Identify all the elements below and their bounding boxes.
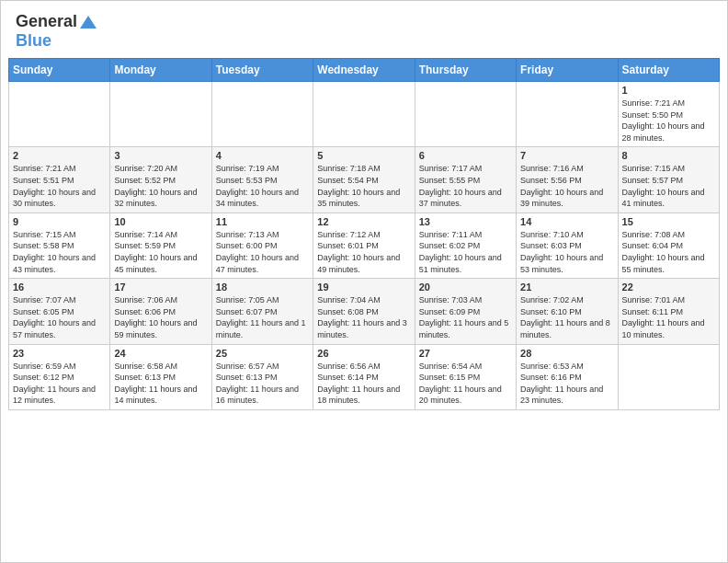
- calendar-cell: 14Sunrise: 7:10 AM Sunset: 6:03 PM Dayli…: [517, 213, 618, 278]
- day-number: 13: [419, 216, 512, 227]
- weekday-header-row: SundayMondayTuesdayWednesdayThursdayFrid…: [9, 59, 720, 82]
- day-number: 14: [520, 216, 613, 227]
- weekday-header-friday: Friday: [517, 59, 618, 82]
- day-info: Sunrise: 7:13 AM Sunset: 6:00 PM Dayligh…: [216, 229, 309, 275]
- day-info: Sunrise: 7:19 AM Sunset: 5:53 PM Dayligh…: [216, 163, 309, 209]
- calendar-table: SundayMondayTuesdayWednesdayThursdayFrid…: [8, 58, 720, 410]
- day-info: Sunrise: 7:07 AM Sunset: 6:05 PM Dayligh…: [13, 294, 106, 340]
- day-number: 25: [216, 348, 309, 359]
- day-info: Sunrise: 7:18 AM Sunset: 5:54 PM Dayligh…: [317, 163, 410, 209]
- day-number: 5: [317, 150, 410, 161]
- day-info: Sunrise: 7:10 AM Sunset: 6:03 PM Dayligh…: [520, 229, 613, 275]
- calendar-cell: 11Sunrise: 7:13 AM Sunset: 6:00 PM Dayli…: [211, 213, 313, 278]
- day-info: Sunrise: 7:20 AM Sunset: 5:52 PM Dayligh…: [114, 163, 207, 209]
- day-number: 27: [419, 348, 512, 359]
- svg-marker-0: [80, 16, 97, 29]
- calendar-page: General Blue SundayMondayTuesdayWednesda…: [0, 0, 728, 563]
- logo-blue-text: Blue: [16, 31, 51, 51]
- calendar-cell: 28Sunrise: 6:53 AM Sunset: 6:16 PM Dayli…: [517, 344, 618, 409]
- calendar-cell: 26Sunrise: 6:56 AM Sunset: 6:14 PM Dayli…: [313, 344, 415, 409]
- day-number: 2: [13, 150, 106, 161]
- day-number: 24: [114, 348, 207, 359]
- calendar-cell: 1Sunrise: 7:21 AM Sunset: 5:50 PM Daylig…: [618, 82, 719, 147]
- logo-general-text: General: [16, 12, 77, 31]
- day-info: Sunrise: 6:53 AM Sunset: 6:16 PM Dayligh…: [520, 361, 613, 407]
- calendar-cell: 15Sunrise: 7:08 AM Sunset: 6:04 PM Dayli…: [618, 213, 719, 278]
- day-info: Sunrise: 7:04 AM Sunset: 6:08 PM Dayligh…: [317, 294, 410, 340]
- calendar-cell: 21Sunrise: 7:02 AM Sunset: 6:10 PM Dayli…: [517, 279, 618, 344]
- calendar-week-0: 1Sunrise: 7:21 AM Sunset: 5:50 PM Daylig…: [9, 82, 720, 147]
- calendar-cell: [211, 82, 313, 147]
- day-info: Sunrise: 6:57 AM Sunset: 6:13 PM Dayligh…: [216, 361, 309, 407]
- calendar-cell: 16Sunrise: 7:07 AM Sunset: 6:05 PM Dayli…: [9, 279, 110, 344]
- calendar-week-3: 16Sunrise: 7:07 AM Sunset: 6:05 PM Dayli…: [9, 279, 720, 344]
- calendar-cell: 17Sunrise: 7:06 AM Sunset: 6:06 PM Dayli…: [110, 279, 211, 344]
- day-info: Sunrise: 7:21 AM Sunset: 5:50 PM Dayligh…: [622, 98, 715, 144]
- calendar-cell: 4Sunrise: 7:19 AM Sunset: 5:53 PM Daylig…: [211, 147, 313, 213]
- day-number: 8: [622, 150, 715, 161]
- logo: General: [16, 12, 99, 31]
- weekday-header-sunday: Sunday: [9, 59, 110, 82]
- calendar-cell: 5Sunrise: 7:18 AM Sunset: 5:54 PM Daylig…: [313, 147, 415, 213]
- day-number: 1: [622, 85, 715, 96]
- calendar-cell: 20Sunrise: 7:03 AM Sunset: 6:09 PM Dayli…: [415, 279, 516, 344]
- day-info: Sunrise: 6:56 AM Sunset: 6:14 PM Dayligh…: [317, 361, 410, 407]
- day-info: Sunrise: 7:15 AM Sunset: 5:58 PM Dayligh…: [13, 229, 106, 275]
- calendar-cell: 25Sunrise: 6:57 AM Sunset: 6:13 PM Dayli…: [211, 344, 313, 409]
- weekday-header-thursday: Thursday: [415, 59, 516, 82]
- day-info: Sunrise: 7:21 AM Sunset: 5:51 PM Dayligh…: [13, 163, 106, 209]
- day-number: 4: [216, 150, 309, 161]
- calendar-cell: 9Sunrise: 7:15 AM Sunset: 5:58 PM Daylig…: [9, 213, 110, 278]
- day-info: Sunrise: 7:15 AM Sunset: 5:57 PM Dayligh…: [622, 163, 715, 209]
- day-info: Sunrise: 7:06 AM Sunset: 6:06 PM Dayligh…: [114, 294, 207, 340]
- calendar-cell: 8Sunrise: 7:15 AM Sunset: 5:57 PM Daylig…: [618, 147, 719, 213]
- day-number: 9: [13, 216, 106, 227]
- calendar-cell: [618, 344, 719, 409]
- calendar-cell: 22Sunrise: 7:01 AM Sunset: 6:11 PM Dayli…: [618, 279, 719, 344]
- calendar-cell: [313, 82, 415, 147]
- day-info: Sunrise: 7:01 AM Sunset: 6:11 PM Dayligh…: [622, 294, 715, 340]
- calendar-body: 1Sunrise: 7:21 AM Sunset: 5:50 PM Daylig…: [9, 82, 720, 410]
- weekday-header-saturday: Saturday: [618, 59, 719, 82]
- day-info: Sunrise: 7:11 AM Sunset: 6:02 PM Dayligh…: [419, 229, 512, 275]
- calendar-cell: [110, 82, 211, 147]
- calendar-cell: 3Sunrise: 7:20 AM Sunset: 5:52 PM Daylig…: [110, 147, 211, 213]
- day-number: 12: [317, 216, 410, 227]
- day-info: Sunrise: 7:03 AM Sunset: 6:09 PM Dayligh…: [419, 294, 512, 340]
- day-number: 19: [317, 282, 410, 293]
- header: General Blue: [1, 1, 727, 58]
- day-number: 28: [520, 348, 613, 359]
- day-number: 7: [520, 150, 613, 161]
- day-number: 20: [419, 282, 512, 293]
- calendar-cell: 10Sunrise: 7:14 AM Sunset: 5:59 PM Dayli…: [110, 213, 211, 278]
- day-number: 22: [622, 282, 715, 293]
- day-number: 16: [13, 282, 106, 293]
- day-number: 15: [622, 216, 715, 227]
- calendar-cell: 12Sunrise: 7:12 AM Sunset: 6:01 PM Dayli…: [313, 213, 415, 278]
- weekday-header-tuesday: Tuesday: [211, 59, 313, 82]
- day-number: 18: [216, 282, 309, 293]
- calendar-week-2: 9Sunrise: 7:15 AM Sunset: 5:58 PM Daylig…: [9, 213, 720, 278]
- day-info: Sunrise: 6:58 AM Sunset: 6:13 PM Dayligh…: [114, 361, 207, 407]
- calendar-cell: 18Sunrise: 7:05 AM Sunset: 6:07 PM Dayli…: [211, 279, 313, 344]
- day-info: Sunrise: 6:54 AM Sunset: 6:15 PM Dayligh…: [419, 361, 512, 407]
- day-number: 21: [520, 282, 613, 293]
- calendar-cell: 19Sunrise: 7:04 AM Sunset: 6:08 PM Dayli…: [313, 279, 415, 344]
- day-info: Sunrise: 7:14 AM Sunset: 5:59 PM Dayligh…: [114, 229, 207, 275]
- day-info: Sunrise: 7:17 AM Sunset: 5:55 PM Dayligh…: [419, 163, 512, 209]
- weekday-header-monday: Monday: [110, 59, 211, 82]
- calendar-cell: 24Sunrise: 6:58 AM Sunset: 6:13 PM Dayli…: [110, 344, 211, 409]
- day-number: 3: [114, 150, 207, 161]
- calendar-week-1: 2Sunrise: 7:21 AM Sunset: 5:51 PM Daylig…: [9, 147, 720, 213]
- day-number: 11: [216, 216, 309, 227]
- day-info: Sunrise: 7:16 AM Sunset: 5:56 PM Dayligh…: [520, 163, 613, 209]
- day-info: Sunrise: 7:12 AM Sunset: 6:01 PM Dayligh…: [317, 229, 410, 275]
- day-number: 6: [419, 150, 512, 161]
- calendar-cell: [9, 82, 110, 147]
- weekday-header-wednesday: Wednesday: [313, 59, 415, 82]
- calendar-cell: [517, 82, 618, 147]
- calendar-cell: 7Sunrise: 7:16 AM Sunset: 5:56 PM Daylig…: [517, 147, 618, 213]
- day-info: Sunrise: 7:02 AM Sunset: 6:10 PM Dayligh…: [520, 294, 613, 340]
- day-info: Sunrise: 6:59 AM Sunset: 6:12 PM Dayligh…: [13, 361, 106, 407]
- day-info: Sunrise: 7:08 AM Sunset: 6:04 PM Dayligh…: [622, 229, 715, 275]
